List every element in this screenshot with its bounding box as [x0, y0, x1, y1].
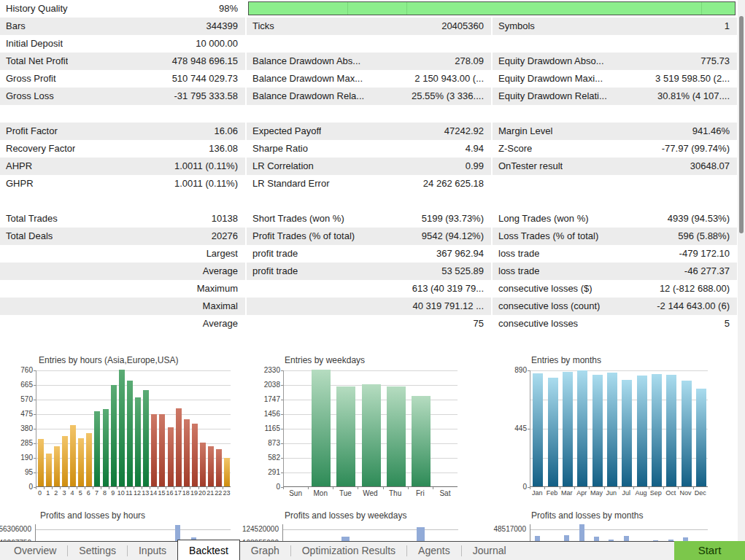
stat-label: Balance Drawdown Rela... — [247, 88, 364, 105]
bar-Nov — [682, 381, 692, 486]
stat-cell: profit trade53 525.89 — [247, 262, 491, 280]
x-tick-mark — [69, 487, 69, 489]
stat-row: AHPR1.0011 (0.11%)LR Correlation0.99OnTe… — [0, 158, 745, 175]
start-button[interactable]: Start — [674, 541, 745, 560]
stat-cell: AHPR1.0011 (0.11%) — [0, 158, 245, 175]
stat-cell: 75 — [247, 315, 491, 332]
stat-row: History Quality98% — [0, 0, 745, 18]
y-axis-tick-label: 124520000 — [229, 525, 279, 533]
y-axis-tick-label: 1456 — [250, 410, 280, 418]
bar-17 — [176, 408, 182, 486]
history-quality-progress-bar — [248, 1, 736, 15]
stat-label: AHPR — [0, 158, 32, 175]
stat-value: -46 277.37 — [684, 262, 737, 280]
stat-label: Gross Profit — [0, 70, 56, 88]
stat-cell: Symbols1 — [493, 18, 737, 35]
x-tick-mark — [117, 487, 117, 489]
stat-label: Ticks — [247, 18, 274, 35]
stat-cell: Expected Payoff47242.92 — [247, 122, 491, 140]
x-tick-mark — [198, 487, 199, 489]
x-tick-mark — [166, 487, 166, 489]
stat-value — [730, 175, 737, 192]
y-axis-tick-label: 582 — [250, 454, 280, 462]
stat-label — [247, 315, 252, 332]
stat-value: 478 948 696.15 — [172, 52, 245, 70]
y-tick-mark — [528, 370, 530, 371]
stat-row: Initial Deposit10 000.00 — [0, 35, 745, 52]
stat-label — [0, 298, 6, 315]
bar-14 — [151, 414, 157, 486]
bar-1 — [46, 454, 52, 486]
tab-optimization-results[interactable]: Optimization Results — [291, 542, 406, 560]
stat-label: Sharpe Ratio — [247, 140, 308, 158]
bar-4 — [70, 425, 76, 486]
stat-cell: Balance Drawdown Abs...278.09 — [247, 52, 491, 70]
stat-label: Z-Score — [493, 140, 532, 158]
stat-label: Margin Level — [493, 122, 552, 140]
gridline — [36, 370, 231, 371]
stat-value: 2 150 943.00 (... — [414, 70, 491, 88]
stat-label: profit trade — [247, 245, 298, 262]
chart-title: Profits and losses by hours — [40, 510, 145, 521]
stat-label — [0, 315, 6, 332]
stat-cell: Z-Score-77.97 (99.74%) — [493, 140, 737, 158]
bar-Mon — [312, 370, 331, 486]
vertical-scrollbar[interactable] — [738, 0, 745, 541]
tab-settings[interactable]: Settings — [68, 542, 127, 560]
stat-value: 10 000.00 — [196, 35, 245, 52]
x-tick-mark — [52, 487, 53, 489]
stat-label: Equity Drawdown Relati... — [493, 88, 607, 105]
x-tick-mark — [182, 487, 182, 489]
stat-label: loss trade — [493, 262, 539, 280]
y-axis-tick-label: 0 — [250, 483, 280, 491]
scrollbar-thumb[interactable] — [739, 16, 744, 233]
bar-15 — [159, 414, 165, 486]
stat-row: Maximum613 (40 319 79...consecutive loss… — [0, 280, 745, 298]
y-axis-tick-label: 291 — [250, 468, 280, 476]
bar-Jul — [622, 380, 632, 486]
bar-7 — [94, 411, 100, 486]
x-tick-mark — [589, 487, 590, 489]
stat-cell: loss trade-46 277.37 — [493, 262, 737, 280]
tab-inputs[interactable]: Inputs — [128, 542, 177, 560]
bar-Oct — [666, 375, 676, 486]
progress-segment-line — [347, 2, 348, 15]
bar-2 — [54, 446, 60, 486]
tab-graph[interactable]: Graph — [240, 542, 290, 560]
x-axis-tick-label: Thu — [382, 489, 409, 497]
x-tick-mark — [142, 487, 142, 489]
tab-agents[interactable]: Agents — [407, 542, 461, 560]
x-axis-tick-label: Sat — [431, 489, 459, 497]
tab-backtest[interactable]: Backtest — [177, 540, 240, 560]
tab-journal[interactable]: Journal — [462, 542, 517, 560]
gridline — [36, 400, 231, 400]
y-axis-tick-label: 475 — [2, 410, 33, 418]
stat-cell: loss trade-479 172.10 — [493, 245, 737, 262]
stat-value: 53 525.89 — [441, 262, 491, 280]
gridline — [35, 529, 231, 530]
stat-cell: History Quality98% — [0, 0, 245, 18]
x-tick-mark — [60, 487, 61, 489]
x-tick-mark — [530, 487, 530, 489]
x-tick-mark — [678, 487, 679, 489]
x-tick-mark — [190, 487, 190, 489]
stat-value: 10138 — [212, 210, 245, 228]
y-tick-mark — [281, 370, 283, 371]
x-tick-mark — [125, 487, 126, 489]
y-axis-tick-label: 2038 — [250, 381, 280, 389]
stat-value: 596 (5.88%) — [678, 228, 737, 245]
stat-cell: Balance Drawdown Max...2 150 943.00 (... — [247, 70, 491, 88]
x-axis-tick-label: Mon — [306, 489, 334, 497]
x-tick-mark — [93, 487, 93, 489]
y-axis-tick-label: 285 — [2, 439, 33, 447]
gridline — [36, 414, 231, 415]
tab-overview[interactable]: Overview — [3, 542, 67, 560]
stat-cell: 40 319 791.12 ... — [247, 298, 491, 315]
stat-cell: Maximal — [0, 298, 245, 315]
stat-cell — [247, 35, 491, 52]
y-tick-mark — [281, 400, 283, 400]
stat-label: Symbols — [493, 18, 535, 35]
stat-value: 3 519 598.50 (2... — [655, 70, 737, 88]
gridline — [36, 385, 231, 386]
stat-label — [247, 280, 252, 298]
